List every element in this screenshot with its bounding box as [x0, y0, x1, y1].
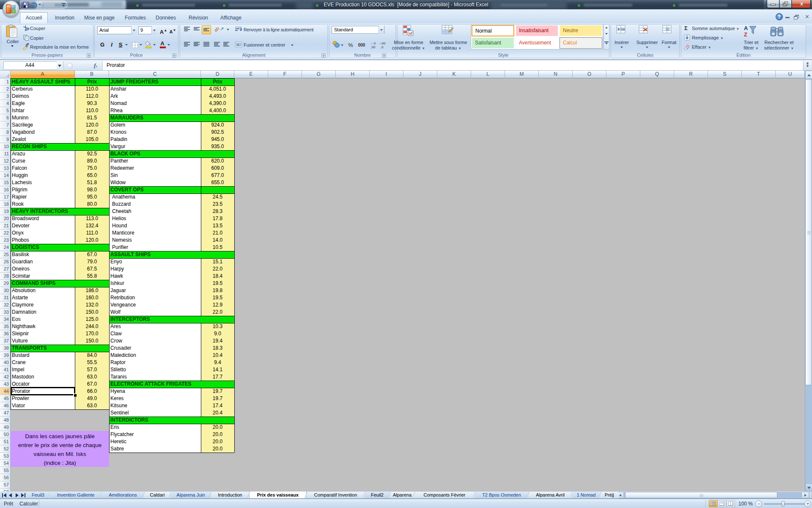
svg-text:Z: Z	[744, 31, 747, 38]
svg-text:sf: sf	[409, 31, 413, 36]
svg-text:A: A	[744, 25, 748, 31]
svg-text:a: a	[237, 43, 239, 46]
